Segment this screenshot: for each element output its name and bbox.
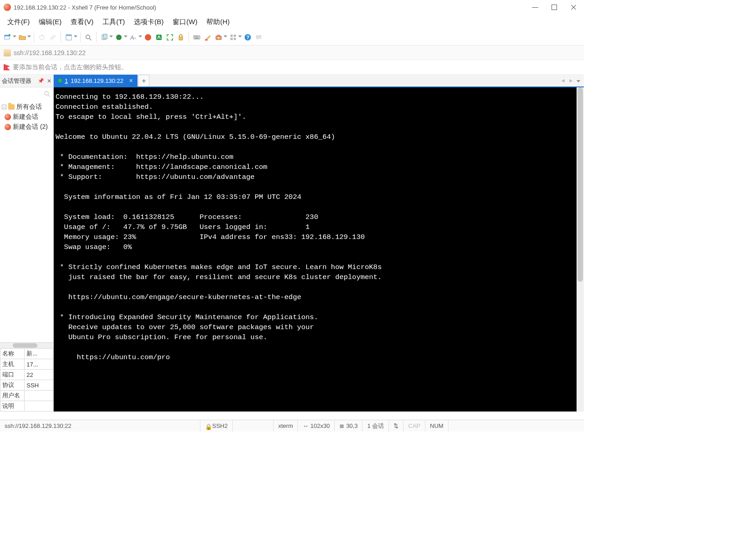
tab-close-icon[interactable]: ✕: [129, 78, 133, 84]
highlight-icon[interactable]: [203, 32, 213, 42]
tab-add-button[interactable]: +: [138, 75, 149, 86]
dropdown-icon[interactable]: [74, 36, 77, 39]
dropdown-icon[interactable]: [27, 36, 31, 39]
prop-val[interactable]: [25, 391, 53, 401]
panel-search[interactable]: [0, 87, 53, 100]
bookmark-icon[interactable]: [4, 49, 11, 56]
session-icon: [5, 114, 11, 120]
tree-item[interactable]: 新建会话: [1, 112, 52, 122]
lock-icon[interactable]: [176, 32, 186, 42]
status-num: NUM: [430, 422, 444, 429]
tab-list-dropdown-icon[interactable]: [577, 77, 580, 84]
status-cursor: 30,3: [346, 422, 358, 429]
session-manager-panel: 会话管理器 📌 ✕ − 所有会话 新建会话 新建会话 (2): [0, 75, 54, 412]
terminal-scrollbar[interactable]: [577, 87, 584, 412]
dropdown-icon[interactable]: [224, 36, 227, 39]
dropdown-icon[interactable]: [138, 36, 142, 39]
prop-key: 用户名: [0, 391, 25, 401]
session-tree: − 所有会话 新建会话 新建会话 (2): [0, 100, 53, 342]
svg-rect-25: [234, 35, 236, 37]
collapse-icon[interactable]: −: [2, 105, 6, 109]
status-size: 102x30: [310, 422, 330, 429]
tab-next-icon[interactable]: ►: [568, 77, 574, 84]
svg-rect-19: [197, 36, 198, 37]
search-icon[interactable]: [83, 32, 93, 42]
horizontal-scrollbar[interactable]: [0, 343, 53, 348]
address-bar[interactable]: ssh://192.168.129.130:22: [0, 46, 584, 60]
prop-row: 协议SSH: [0, 380, 53, 391]
title-bar: 192.168.129.130:22 - Xshell 7 (Free for …: [0, 0, 584, 15]
svg-rect-27: [234, 38, 236, 40]
maximize-button[interactable]: [551, 4, 557, 10]
chat-icon[interactable]: [254, 32, 264, 42]
tab-nav: ◄ ►: [557, 75, 584, 86]
xftp-icon[interactable]: [154, 32, 164, 42]
menu-file[interactable]: 文件(F): [4, 16, 33, 28]
prop-val[interactable]: SSH: [25, 380, 53, 391]
prop-val[interactable]: [25, 401, 53, 412]
close-button[interactable]: [570, 4, 577, 10]
status-protocol: SSH2: [212, 422, 228, 429]
dropdown-icon[interactable]: [109, 36, 113, 39]
terminal[interactable]: Connecting to 192.168.129.130:22... Conn…: [54, 87, 577, 412]
menu-bar: 文件(F) 编辑(E) 查看(V) 工具(T) 选项卡(B) 窗口(W) 帮助(…: [0, 15, 584, 29]
fullscreen-icon[interactable]: [165, 32, 175, 42]
prop-row: 用户名: [0, 391, 53, 401]
prop-val[interactable]: 22: [25, 370, 53, 380]
menu-help[interactable]: 帮助(H): [203, 16, 233, 28]
tab-label: 192.168.129.130:22: [71, 77, 123, 84]
session-icon: [5, 124, 11, 130]
dropdown-icon[interactable]: [124, 36, 128, 39]
hint-text: 要添加当前会话，点击左侧的箭头按钮。: [13, 63, 128, 71]
svg-text:?: ?: [246, 35, 250, 40]
prop-val[interactable]: 新...: [25, 349, 53, 359]
dropdown-icon[interactable]: [13, 36, 16, 39]
menu-tools[interactable]: 工具(T): [99, 16, 128, 28]
properties-icon[interactable]: [64, 32, 74, 42]
svg-rect-23: [218, 35, 220, 36]
app-logo-icon: [4, 4, 11, 11]
properties-grid: 名称新... 主机17... 端口22 协议SSH 用户名 说明: [0, 342, 53, 412]
new-session-icon[interactable]: [3, 32, 13, 42]
prop-val[interactable]: 17...: [25, 359, 53, 370]
copy-icon[interactable]: [99, 32, 109, 42]
status-bar: ssh://192.168.129.130:22 🔒SSH2 xterm ↔ 1…: [0, 420, 584, 432]
svg-rect-20: [195, 38, 199, 39]
svg-rect-26: [230, 38, 233, 40]
tile-icon[interactable]: [228, 32, 238, 42]
tab-index: 1: [65, 77, 68, 84]
tab-active[interactable]: 1 192.168.129.130:22 ✕: [54, 75, 138, 86]
reconnect-icon[interactable]: [37, 32, 47, 42]
resize-icon: ↔: [302, 422, 308, 429]
toolbar: AA ?: [0, 29, 584, 46]
tab-prev-icon[interactable]: ◄: [560, 77, 566, 84]
xshell-icon[interactable]: [143, 32, 153, 42]
panel-close-icon[interactable]: ✕: [47, 78, 51, 84]
font-icon[interactable]: AA: [128, 32, 138, 42]
menu-window[interactable]: 窗口(W): [169, 16, 201, 28]
svg-rect-18: [196, 36, 197, 37]
tree-root[interactable]: − 所有会话: [1, 102, 52, 112]
svg-rect-24: [230, 35, 233, 37]
tree-item-label: 新建会话 (2): [13, 123, 48, 131]
svg-rect-6: [66, 35, 72, 36]
main-area: 会话管理器 📌 ✕ − 所有会话 新建会话 新建会话 (2): [0, 75, 584, 412]
keyboard-icon[interactable]: [192, 32, 202, 42]
disconnect-icon[interactable]: [48, 32, 58, 42]
menu-tabs[interactable]: 选项卡(B): [130, 16, 167, 28]
tree-item[interactable]: 新建会话 (2): [1, 122, 52, 132]
svg-rect-15: [179, 37, 183, 40]
pin-icon[interactable]: 📌: [38, 78, 44, 84]
medkit-icon[interactable]: [214, 32, 224, 42]
menu-edit[interactable]: 编辑(E): [35, 16, 65, 28]
help-icon[interactable]: ?: [243, 32, 253, 42]
globe-icon[interactable]: [114, 32, 124, 42]
dropdown-icon[interactable]: [238, 36, 242, 39]
menu-view[interactable]: 查看(V): [67, 16, 97, 28]
minimize-button[interactable]: [532, 4, 538, 10]
open-folder-icon[interactable]: [17, 32, 27, 42]
prop-key: 名称: [0, 349, 25, 359]
tree-root-label: 所有会话: [16, 103, 42, 111]
prop-key: 协议: [0, 380, 25, 391]
prop-key: 端口: [0, 370, 25, 380]
